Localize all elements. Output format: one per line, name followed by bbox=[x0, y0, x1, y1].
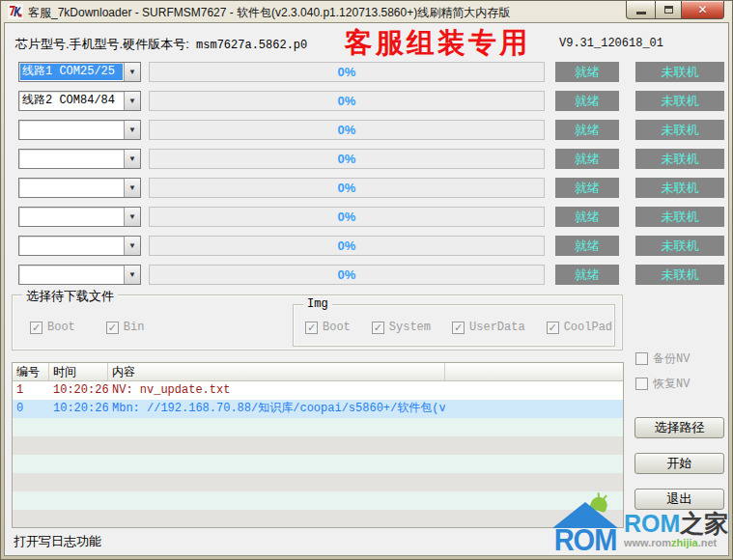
log-column-header[interactable] bbox=[445, 363, 623, 380]
log-empty-row bbox=[13, 510, 623, 528]
checkbox-label: 恢复NV bbox=[653, 376, 690, 392]
progress-bar: 0% bbox=[149, 207, 545, 227]
minimize-button[interactable] bbox=[626, 1, 655, 19]
checkbox-label: System bbox=[389, 321, 431, 334]
chevron-down-icon[interactable]: ▼ bbox=[124, 237, 140, 255]
port-select-value: 线路2 COM84/84 bbox=[20, 93, 123, 109]
ready-status-button[interactable]: 就绪 bbox=[555, 120, 619, 140]
port-select[interactable]: ▼ bbox=[18, 178, 141, 198]
port-select[interactable]: ▼ bbox=[18, 207, 141, 227]
offline-status: 未联机 bbox=[635, 236, 724, 256]
channel-row: ▼ 0% 就绪 未联机 bbox=[5, 235, 728, 264]
log-column-header[interactable]: 内容 bbox=[108, 363, 445, 380]
chevron-down-icon[interactable]: ▼ bbox=[124, 150, 140, 168]
offline-status: 未联机 bbox=[635, 120, 724, 140]
chevron-down-icon[interactable]: ▼ bbox=[124, 121, 140, 139]
checkbox-icon: ✓ bbox=[372, 322, 384, 334]
chevron-down-icon[interactable]: ▼ bbox=[124, 266, 140, 284]
checkbox-label: Boot bbox=[323, 321, 351, 334]
port-select-value: 线路1 COM25/25 bbox=[20, 64, 123, 80]
log-table: 编号时间内容 110:20:26NV: nv_update.txt010:20:… bbox=[12, 362, 624, 528]
checkbox-boot[interactable]: ✓ Boot bbox=[30, 321, 75, 334]
download-files-group-title: 选择待下载文件 bbox=[22, 288, 118, 305]
port-select-value bbox=[20, 266, 123, 283]
log-toggle-text[interactable]: 打开写日志功能 bbox=[14, 533, 101, 550]
port-select[interactable]: ▼ bbox=[18, 149, 141, 169]
caption-buttons: ✕ bbox=[626, 1, 724, 19]
checkbox-label: Bin bbox=[124, 321, 145, 334]
checkbox-bin[interactable]: ✓ Bin bbox=[106, 321, 145, 334]
port-select[interactable]: ▼ bbox=[18, 120, 141, 140]
chevron-down-icon[interactable]: ▼ bbox=[124, 179, 140, 197]
checkbox-img-system[interactable]: ✓ System bbox=[372, 321, 431, 334]
romzhijia-logo: ROM ROM之家 www.romzhijia.net bbox=[550, 500, 726, 556]
app-window: 客服_7kDownloader - SURFMSM7627 - 软件包(v2.3… bbox=[0, 0, 733, 560]
offline-status: 未联机 bbox=[635, 91, 724, 111]
ready-status-button[interactable]: 就绪 bbox=[555, 207, 619, 227]
offline-status: 未联机 bbox=[635, 149, 724, 169]
progress-bar: 0% bbox=[149, 120, 545, 140]
version-text: V9.31_120618_01 bbox=[559, 37, 663, 50]
banner-text: 客服组装专用 bbox=[345, 24, 530, 63]
checkbox-img-coolpad[interactable]: ✓ CoolPad bbox=[547, 321, 612, 334]
progress-bar: 0% bbox=[149, 62, 545, 82]
chevron-down-icon[interactable]: ▼ bbox=[124, 63, 140, 81]
progress-value: 0% bbox=[338, 123, 356, 137]
ready-status-button[interactable]: 就绪 bbox=[555, 91, 619, 111]
download-files-group: 选择待下载文件 ✓ Boot ✓ Bin Img ✓ Boot ✓ System… bbox=[12, 294, 623, 350]
maximize-button[interactable] bbox=[655, 1, 682, 19]
port-select-value bbox=[20, 209, 123, 225]
port-select[interactable]: ▼ bbox=[18, 265, 141, 285]
log-cell bbox=[445, 381, 623, 400]
ready-status-button[interactable]: 就绪 bbox=[555, 236, 619, 256]
ready-status-button[interactable]: 就绪 bbox=[555, 149, 619, 169]
ready-status-button[interactable]: 就绪 bbox=[555, 178, 619, 198]
log-empty-row bbox=[13, 491, 623, 510]
choose-path-button[interactable]: 选择路径 bbox=[634, 417, 724, 438]
chevron-down-icon[interactable]: ▼ bbox=[124, 208, 140, 226]
nv-checkboxes: 备份NV 恢复NV bbox=[635, 350, 690, 392]
progress-value: 0% bbox=[338, 181, 356, 195]
img-group: Img ✓ Boot ✓ System ✓ UserData ✓ CoolPad bbox=[293, 304, 615, 347]
channel-row: ▼ 0% 就绪 未联机 bbox=[5, 177, 728, 206]
close-button[interactable]: ✕ bbox=[682, 1, 724, 19]
progress-value: 0% bbox=[338, 238, 356, 253]
channel-row: ▼ 0% 就绪 未联机 bbox=[5, 148, 728, 177]
ready-status-button[interactable]: 就绪 bbox=[555, 62, 619, 82]
offline-status: 未联机 bbox=[635, 178, 724, 198]
channel-row: ▼ 0% 就绪 未联机 bbox=[5, 206, 728, 235]
checkbox-icon: ✓ bbox=[547, 322, 559, 334]
titlebar[interactable]: 客服_7kDownloader - SURFMSM7627 - 软件包(v2.3… bbox=[1, 1, 732, 22]
checkbox-img-boot[interactable]: ✓ Boot bbox=[305, 321, 351, 334]
log-cell bbox=[445, 400, 623, 418]
progress-value: 0% bbox=[338, 152, 356, 166]
log-column-header[interactable]: 编号 bbox=[13, 363, 49, 380]
checkbox-img-userdata[interactable]: ✓ UserData bbox=[452, 321, 525, 334]
logo-rom-text: ROM bbox=[550, 524, 620, 558]
port-select[interactable]: 线路2 COM84/84 ▼ bbox=[18, 91, 141, 111]
port-select-value bbox=[20, 122, 123, 138]
checkbox-icon: ✓ bbox=[106, 322, 119, 334]
log-empty-row bbox=[13, 455, 623, 473]
log-row[interactable]: 110:20:26NV: nv_update.txt bbox=[13, 381, 623, 400]
close-icon: ✕ bbox=[697, 4, 707, 15]
checkbox-icon bbox=[635, 378, 648, 390]
progress-value: 0% bbox=[338, 94, 356, 108]
start-button[interactable]: 开始 bbox=[634, 453, 724, 474]
progress-value: 0% bbox=[338, 267, 356, 282]
log-column-header[interactable]: 时间 bbox=[49, 363, 108, 380]
checkbox-nv[interactable]: 恢复NV bbox=[635, 376, 690, 392]
port-select[interactable]: 线路1 COM25/25 ▼ bbox=[18, 62, 141, 82]
progress-bar: 0% bbox=[149, 236, 545, 256]
port-select[interactable]: ▼ bbox=[18, 236, 141, 256]
device-info-label: 芯片型号.手机型号.硬件版本号: bbox=[15, 37, 189, 51]
checkbox-nv[interactable]: 备份NV bbox=[635, 350, 690, 367]
checkbox-label: CoolPad bbox=[564, 321, 612, 334]
offline-status: 未联机 bbox=[635, 62, 724, 82]
progress-value: 0% bbox=[338, 65, 356, 79]
ready-status-button[interactable]: 就绪 bbox=[555, 265, 619, 285]
chevron-down-icon[interactable]: ▼ bbox=[124, 92, 140, 110]
logo-url: www.romzhijia.net bbox=[624, 537, 728, 548]
log-row[interactable]: 010:20:26Mbn: //192.168.70.88/知识库/coopai… bbox=[13, 400, 623, 418]
device-info-value: msm7627a.5862.p0 bbox=[189, 39, 307, 52]
